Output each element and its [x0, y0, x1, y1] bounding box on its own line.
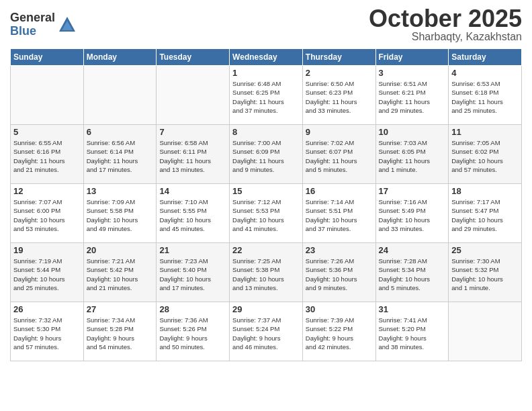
- table-row: 10Sunrise: 7:03 AM Sunset: 6:05 PM Dayli…: [375, 125, 449, 184]
- day-info: Sunrise: 7:36 AM Sunset: 5:26 PM Dayligh…: [159, 316, 226, 351]
- table-row: 20Sunrise: 7:21 AM Sunset: 5:42 PM Dayli…: [83, 243, 157, 302]
- table-row: 27Sunrise: 7:34 AM Sunset: 5:28 PM Dayli…: [83, 302, 157, 361]
- table-row: 15Sunrise: 7:12 AM Sunset: 5:53 PM Dayli…: [230, 184, 303, 243]
- day-number: 20: [87, 245, 154, 255]
- day-info: Sunrise: 7:16 AM Sunset: 5:49 PM Dayligh…: [379, 197, 446, 233]
- day-number: 28: [159, 304, 226, 314]
- day-number: 29: [232, 304, 300, 314]
- table-row: 22Sunrise: 7:25 AM Sunset: 5:38 PM Dayli…: [230, 243, 303, 302]
- day-info: Sunrise: 6:50 AM Sunset: 6:23 PM Dayligh…: [306, 79, 373, 115]
- table-row: 14Sunrise: 7:10 AM Sunset: 5:55 PM Dayli…: [157, 184, 230, 243]
- day-number: 3: [379, 68, 446, 78]
- day-info: Sunrise: 7:23 AM Sunset: 5:40 PM Dayligh…: [159, 257, 226, 292]
- day-number: 24: [379, 245, 446, 255]
- logo-general: General: [10, 11, 55, 25]
- day-number: 5: [13, 127, 81, 137]
- table-row: [11, 66, 84, 125]
- day-number: 1: [232, 68, 300, 78]
- day-number: 21: [159, 245, 226, 255]
- logo-blue: Blue: [10, 25, 55, 38]
- day-number: 9: [306, 127, 373, 137]
- table-row: 1Sunrise: 6:48 AM Sunset: 6:25 PM Daylig…: [230, 66, 303, 125]
- header-sunday: Sunday: [11, 49, 84, 66]
- header-thursday: Thursday: [302, 49, 375, 66]
- day-number: 15: [232, 186, 300, 196]
- header-wednesday: Wednesday: [230, 49, 303, 66]
- table-row: 31Sunrise: 7:41 AM Sunset: 5:20 PM Dayli…: [375, 302, 449, 361]
- day-number: 16: [306, 186, 373, 196]
- day-info: Sunrise: 7:12 AM Sunset: 5:53 PM Dayligh…: [232, 197, 300, 233]
- table-row: [157, 66, 230, 125]
- table-row: 5Sunrise: 6:55 AM Sunset: 6:16 PM Daylig…: [11, 125, 84, 184]
- day-info: Sunrise: 7:19 AM Sunset: 5:44 PM Dayligh…: [13, 257, 81, 292]
- day-info: Sunrise: 7:17 AM Sunset: 5:47 PM Dayligh…: [451, 197, 519, 233]
- day-info: Sunrise: 7:03 AM Sunset: 6:05 PM Dayligh…: [379, 138, 446, 174]
- month-title: October 2025: [369, 7, 522, 31]
- day-number: 11: [451, 127, 519, 137]
- table-row: 8Sunrise: 7:00 AM Sunset: 6:09 PM Daylig…: [230, 125, 303, 184]
- day-number: 26: [13, 304, 81, 314]
- day-info: Sunrise: 7:32 AM Sunset: 5:30 PM Dayligh…: [13, 316, 81, 351]
- header-monday: Monday: [83, 49, 157, 66]
- day-number: 18: [451, 186, 519, 196]
- day-number: 14: [159, 186, 226, 196]
- table-row: 6Sunrise: 6:56 AM Sunset: 6:14 PM Daylig…: [83, 125, 157, 184]
- day-info: Sunrise: 6:58 AM Sunset: 6:11 PM Dayligh…: [159, 138, 226, 174]
- header: General Blue October 2025 Sharbaqty, Kaz…: [10, 7, 522, 43]
- location-subtitle: Sharbaqty, Kazakhstan: [369, 31, 522, 43]
- table-row: 9Sunrise: 7:02 AM Sunset: 6:07 PM Daylig…: [302, 125, 375, 184]
- table-row: 2Sunrise: 6:50 AM Sunset: 6:23 PM Daylig…: [302, 66, 375, 125]
- day-info: Sunrise: 7:25 AM Sunset: 5:38 PM Dayligh…: [232, 257, 300, 292]
- calendar-header-row: Sunday Monday Tuesday Wednesday Thursday…: [11, 49, 522, 66]
- header-saturday: Saturday: [449, 49, 522, 66]
- day-info: Sunrise: 7:39 AM Sunset: 5:22 PM Dayligh…: [306, 316, 373, 351]
- day-info: Sunrise: 6:55 AM Sunset: 6:16 PM Dayligh…: [13, 138, 81, 174]
- calendar-week-row: 26Sunrise: 7:32 AM Sunset: 5:30 PM Dayli…: [11, 302, 522, 361]
- calendar-week-row: 5Sunrise: 6:55 AM Sunset: 6:16 PM Daylig…: [11, 125, 522, 184]
- day-info: Sunrise: 6:51 AM Sunset: 6:21 PM Dayligh…: [379, 79, 446, 115]
- day-info: Sunrise: 7:21 AM Sunset: 5:42 PM Dayligh…: [87, 257, 154, 292]
- day-info: Sunrise: 7:34 AM Sunset: 5:28 PM Dayligh…: [87, 316, 154, 351]
- day-info: Sunrise: 7:37 AM Sunset: 5:24 PM Dayligh…: [232, 316, 300, 351]
- table-row: 18Sunrise: 7:17 AM Sunset: 5:47 PM Dayli…: [449, 184, 522, 243]
- day-number: 30: [306, 304, 373, 314]
- day-info: Sunrise: 7:05 AM Sunset: 6:02 PM Dayligh…: [451, 138, 519, 174]
- day-info: Sunrise: 7:00 AM Sunset: 6:09 PM Dayligh…: [232, 138, 300, 174]
- logo-icon: [58, 15, 77, 34]
- day-info: Sunrise: 7:41 AM Sunset: 5:20 PM Dayligh…: [379, 316, 446, 351]
- day-number: 4: [451, 68, 519, 78]
- day-number: 31: [379, 304, 446, 314]
- day-info: Sunrise: 7:07 AM Sunset: 6:00 PM Dayligh…: [13, 197, 81, 233]
- day-number: 10: [379, 127, 446, 137]
- day-info: Sunrise: 7:30 AM Sunset: 5:32 PM Dayligh…: [451, 257, 519, 292]
- page: General Blue October 2025 Sharbaqty, Kaz…: [0, 0, 532, 411]
- logo: General Blue: [10, 11, 77, 38]
- table-row: [83, 66, 157, 125]
- day-info: Sunrise: 6:56 AM Sunset: 6:14 PM Dayligh…: [87, 138, 154, 174]
- day-number: 17: [379, 186, 446, 196]
- day-number: 23: [306, 245, 373, 255]
- day-number: 27: [87, 304, 154, 314]
- day-info: Sunrise: 7:02 AM Sunset: 6:07 PM Dayligh…: [306, 138, 373, 174]
- day-info: Sunrise: 6:53 AM Sunset: 6:18 PM Dayligh…: [451, 79, 519, 115]
- table-row: 29Sunrise: 7:37 AM Sunset: 5:24 PM Dayli…: [230, 302, 303, 361]
- day-number: 2: [306, 68, 373, 78]
- table-row: 21Sunrise: 7:23 AM Sunset: 5:40 PM Dayli…: [157, 243, 230, 302]
- day-info: Sunrise: 6:48 AM Sunset: 6:25 PM Dayligh…: [232, 79, 300, 115]
- day-number: 6: [87, 127, 154, 137]
- table-row: 11Sunrise: 7:05 AM Sunset: 6:02 PM Dayli…: [449, 125, 522, 184]
- calendar-week-row: 1Sunrise: 6:48 AM Sunset: 6:25 PM Daylig…: [11, 66, 522, 125]
- day-number: 12: [13, 186, 81, 196]
- table-row: 13Sunrise: 7:09 AM Sunset: 5:58 PM Dayli…: [83, 184, 157, 243]
- table-row: 17Sunrise: 7:16 AM Sunset: 5:49 PM Dayli…: [375, 184, 449, 243]
- header-friday: Friday: [375, 49, 449, 66]
- table-row: 7Sunrise: 6:58 AM Sunset: 6:11 PM Daylig…: [157, 125, 230, 184]
- header-tuesday: Tuesday: [157, 49, 230, 66]
- day-number: 22: [232, 245, 300, 255]
- table-row: 26Sunrise: 7:32 AM Sunset: 5:30 PM Dayli…: [11, 302, 84, 361]
- day-info: Sunrise: 7:10 AM Sunset: 5:55 PM Dayligh…: [159, 197, 226, 233]
- day-info: Sunrise: 7:14 AM Sunset: 5:51 PM Dayligh…: [306, 197, 373, 233]
- table-row: [449, 302, 522, 361]
- table-row: 16Sunrise: 7:14 AM Sunset: 5:51 PM Dayli…: [302, 184, 375, 243]
- day-info: Sunrise: 7:09 AM Sunset: 5:58 PM Dayligh…: [87, 197, 154, 233]
